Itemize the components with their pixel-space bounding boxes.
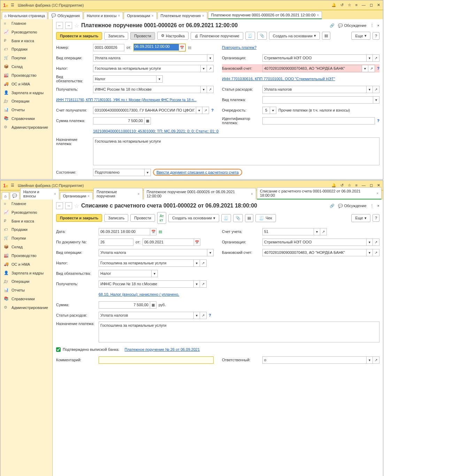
close-icon[interactable]: × [376, 191, 378, 195]
open-icon[interactable]: ↗ [200, 280, 207, 288]
close-icon[interactable]: × [251, 192, 253, 196]
dropdown-icon[interactable]: ▾ [144, 169, 151, 176]
org-input[interactable] [262, 54, 366, 62]
close-form-icon[interactable]: × [377, 204, 379, 208]
tab-orgs[interactable]: Организации× [124, 12, 156, 19]
open-icon[interactable]: ↗ [207, 65, 214, 72]
favorite-icon[interactable]: ☆ [74, 203, 79, 209]
dropdown-icon[interactable]: ▾ [193, 312, 200, 319]
open-icon[interactable]: ↗ [373, 239, 379, 246]
sidebar-item-ops[interactable]: ДтОперации [0, 97, 52, 105]
help-button[interactable]: ? [373, 32, 379, 40]
forward-button[interactable]: → [65, 202, 72, 209]
close-icon[interactable]: ✕ [377, 3, 380, 7]
save-button[interactable]: Записать [104, 214, 128, 222]
history-icon[interactable]: ↺ [340, 3, 344, 7]
kbk-link[interactable]: 18210804000011000110; 45301000; ТП; МС.0… [93, 129, 218, 133]
close-icon[interactable]: × [152, 14, 154, 18]
sidebar-item-production[interactable]: 🏭Производство [0, 251, 52, 260]
sidebar-item-admin[interactable]: ⚙Администрирование [0, 123, 52, 131]
tab-home[interactable]: ⌂ [2, 192, 9, 199]
calendar-icon[interactable]: 📅 [179, 44, 185, 51]
sidebar-item-boss[interactable]: 📈Руководителю [0, 28, 52, 36]
open-icon[interactable]: ↗ [200, 259, 207, 267]
sidebar-item-os[interactable]: 🚚ОС и НМА [0, 80, 52, 88]
bank-input[interactable] [262, 249, 366, 256]
minimize-icon[interactable]: — [362, 3, 366, 7]
op-input[interactable] [93, 54, 207, 62]
favorite-icon[interactable]: ☆ [74, 22, 79, 29]
recv-inn-link[interactable]: ИНН 7718111790, КПП 771801001, УФК по г.… [56, 98, 197, 102]
close-icon[interactable]: × [54, 192, 56, 196]
sum-input[interactable] [99, 301, 150, 309]
expense-input[interactable] [99, 312, 193, 319]
purpose-textarea[interactable]: Госпошлина за нотариальные услуги [93, 137, 379, 165]
sidebar-item-main[interactable]: ≡Главное [0, 19, 52, 28]
tab-taxes[interactable]: Налоги и взносы× [84, 12, 123, 19]
sidebar-item-purchases[interactable]: 🛒Покупки [0, 234, 52, 242]
link-icon[interactable]: 🔗 [330, 23, 335, 28]
tab-discuss[interactable]: 💬 Обсуждения [48, 12, 83, 19]
date-input[interactable] [99, 228, 150, 235]
save-button[interactable]: Записать [104, 32, 128, 40]
state-input[interactable] [93, 169, 144, 176]
dropdown-icon[interactable]: ▾ [207, 249, 214, 256]
oblig-input[interactable] [99, 270, 151, 277]
close-icon[interactable]: × [202, 14, 204, 18]
close-icon[interactable]: × [87, 194, 90, 198]
attach-button[interactable]: 📎 [257, 32, 267, 40]
create-base-button[interactable]: Создать на основании ▾ [168, 214, 219, 222]
tab-home[interactable]: ⌂ Начальная страница [2, 12, 47, 19]
sidebar-item-reports[interactable]: 📊Отчеты [0, 286, 52, 294]
more-button[interactable]: Еще ▾ [351, 214, 370, 222]
sidebar-item-refs[interactable]: 📚Справочники [0, 114, 52, 123]
tab-pp-doc[interactable]: Платежное поручение 0001-000026 от 06.09… [208, 11, 322, 19]
help-button[interactable]: ? [373, 214, 379, 222]
sidebar-item-sales[interactable]: 🏷Продажи [0, 225, 52, 234]
ident-input[interactable] [262, 117, 375, 124]
sidebar-item-admin[interactable]: ⚙Администрирование [0, 303, 52, 312]
resp-input[interactable] [262, 356, 366, 364]
help-icon[interactable]: ? [211, 108, 214, 112]
open-icon[interactable]: ↗ [368, 65, 375, 72]
register-button[interactable]: ▤ [322, 32, 330, 40]
forward-button[interactable]: → [65, 22, 72, 29]
acc68-link[interactable]: 68.10, Налог (взносы): начислено / уплач… [99, 292, 179, 296]
settings-icon[interactable]: ≡ [355, 3, 358, 7]
bank-input[interactable] [262, 65, 362, 72]
back-button[interactable]: ← [56, 202, 63, 209]
post-close-button[interactable]: Провести и закрыть [56, 32, 102, 40]
menu-icon[interactable]: ☰ [11, 183, 14, 188]
comment-input[interactable] [99, 356, 214, 364]
op-input[interactable] [99, 249, 207, 256]
dropdown-icon[interactable]: ▾ [200, 86, 207, 93]
sidebar-item-refs[interactable]: 📚Справочники [0, 294, 52, 303]
print-button[interactable]: 🖨 Платежное поручение [191, 32, 243, 40]
dropdown-icon[interactable]: ▾ [314, 228, 320, 235]
dropdown-icon[interactable]: ▾ [373, 96, 379, 104]
dt-kt-button[interactable]: Аткт [157, 212, 166, 224]
pp-link[interactable]: Платежное поручение № 26 от 06.09.2021 [124, 347, 200, 352]
recv-input[interactable] [99, 280, 193, 288]
tab-orgs[interactable]: Организации× [60, 192, 93, 199]
tax-input[interactable] [93, 65, 200, 72]
sum-input[interactable] [93, 117, 144, 124]
menu-icon[interactable]: ☰ [11, 3, 14, 7]
dropdown-icon[interactable]: ▾ [362, 65, 368, 72]
tab-pp-list[interactable]: Платежные поручения× [158, 12, 207, 19]
dropdown-icon[interactable]: ▾ [156, 75, 163, 83]
tab-taxes[interactable]: Налоги и взносы× [20, 188, 59, 199]
acc-input[interactable] [262, 228, 314, 235]
dropdown-icon[interactable]: ▾ [366, 356, 373, 364]
link-icon[interactable]: 🔗 [330, 204, 335, 208]
maximize-icon[interactable]: ◻ [370, 3, 373, 7]
dropdown-icon[interactable]: ▾ [366, 86, 373, 93]
calendar-icon[interactable]: 📅 [150, 228, 156, 235]
dropdown-icon[interactable]: ▾ [366, 249, 373, 256]
create-base-button[interactable]: Создать на основании ▾ [269, 32, 320, 40]
dropdown-icon[interactable]: ▾ [193, 259, 200, 267]
structure-button[interactable]: 🧾 [245, 32, 255, 40]
open-icon[interactable]: ↗ [207, 86, 214, 93]
dropdown-icon[interactable]: ▾ [196, 107, 202, 114]
attach-button[interactable]: 📎 [233, 214, 243, 222]
